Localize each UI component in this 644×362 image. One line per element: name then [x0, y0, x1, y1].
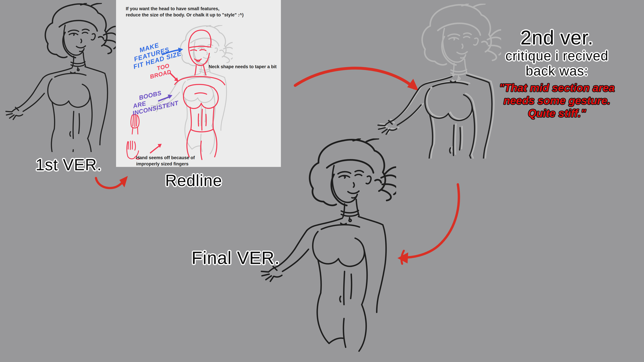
first-version-head — [45, 3, 116, 71]
first-version-body — [6, 67, 108, 152]
first-version-label: 1st VER. — [36, 156, 102, 174]
redline-hand-studies — [127, 114, 140, 159]
critique-quote-line1: "That mid section area — [498, 81, 616, 94]
second-version-text-block: 2nd ver. critique i recived back was: "T… — [498, 27, 616, 120]
hand-note-line1: Hand seems off because of — [136, 155, 195, 161]
arrow-second-to-final — [390, 181, 476, 267]
second-version-head — [422, 4, 501, 80]
neck-note: Neck shape needs to taper a bit — [209, 64, 276, 70]
final-version-head — [310, 139, 396, 222]
second-version-subtitle-line2: back was: — [498, 63, 616, 78]
critique-quote-line3: Quite stiff." — [498, 107, 616, 120]
final-version-body — [262, 217, 386, 351]
first-version-sketch — [5, 3, 116, 152]
second-version-ghost-body — [380, 74, 494, 159]
redline-top-note-line2: reduce the size of the body. Or chalk it… — [126, 12, 244, 18]
too-broad-arrow — [170, 72, 180, 82]
critique-quote: "That mid section area needs some gestur… — [498, 81, 616, 120]
arrow-first-to-redline — [93, 171, 134, 194]
second-version-subtitle-line1: critique i recived — [498, 48, 616, 63]
art-progression-canvas: If you want the head to have small featu… — [0, 0, 644, 362]
redline-top-note: If you want the head to have small featu… — [126, 6, 244, 18]
boobs-annotation-arrow — [158, 93, 173, 102]
second-version-sketch — [377, 4, 501, 159]
blue-annotation-arrow — [161, 47, 184, 56]
critique-quote-line2: needs some gesture. — [498, 94, 616, 107]
hand-note-line2: improperly sized fingers — [136, 161, 195, 167]
final-version-sketch — [260, 138, 396, 358]
redline-panel: If you want the head to have small featu… — [116, 0, 281, 167]
redline-top-note-line1: If you want the head to have small featu… — [126, 6, 244, 12]
second-version-title: 2nd ver. — [498, 27, 616, 48]
redline-overlay-sketch — [116, 0, 281, 167]
redline-label: Redline — [165, 171, 222, 190]
hand-note: Hand seems off because of improperly siz… — [136, 155, 195, 167]
redline-hand-arrow — [150, 144, 162, 153]
